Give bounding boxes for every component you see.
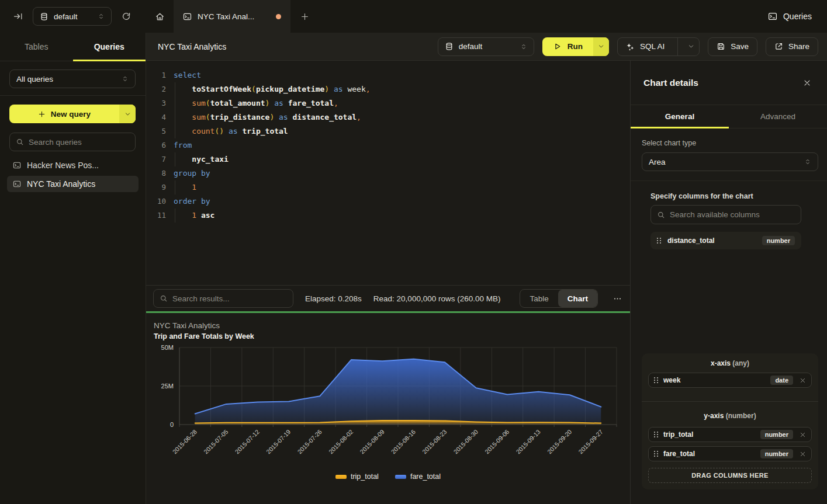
y-axis-section: y-axis (number) trip_totalnumberfare_tot… (642, 402, 818, 489)
sql-ai-main[interactable]: SQL AI (618, 38, 672, 55)
legend-item-trip_total[interactable]: trip_total (335, 472, 379, 481)
panel-tab-general[interactable]: General (631, 105, 729, 128)
chevron-down-icon (124, 111, 131, 117)
plus-icon (300, 12, 309, 21)
run-button[interactable]: Run (542, 37, 609, 56)
new-tab-button[interactable] (290, 0, 319, 33)
line-number: 6 (146, 138, 174, 152)
drop-zone[interactable]: DRAG COLUMNS HERE (648, 468, 812, 483)
drag-handle-icon[interactable] (654, 432, 658, 437)
panel-title: Chart details (643, 78, 698, 88)
remove-column-button[interactable] (800, 451, 806, 457)
code-line: sum(total_amount) as fare_total, (174, 96, 338, 110)
tab-title: NYC Taxi Anal... (198, 12, 270, 21)
sql-editor[interactable]: 1select2 toStartOfWeek(pickup_datetime) … (146, 61, 630, 285)
sidebar-tab-queries[interactable]: Queries (73, 33, 146, 61)
line-number: 10 (146, 194, 174, 208)
ellipsis-icon[interactable] (610, 294, 623, 303)
share-button-label: Share (788, 42, 809, 51)
new-query-button[interactable]: New query (9, 105, 136, 123)
share-button[interactable]: Share (766, 37, 818, 56)
svg-text:2015-08-02: 2015-08-02 (327, 428, 355, 456)
view-tab-table[interactable]: Table (520, 290, 558, 307)
close-icon (800, 377, 806, 384)
console-icon (13, 161, 21, 169)
editor-line: 11 1 asc (146, 208, 630, 223)
home-button[interactable] (146, 0, 174, 33)
remove-column-button[interactable] (800, 377, 806, 384)
toolbar-database-selector[interactable]: default (438, 37, 534, 56)
new-query-main[interactable]: New query (9, 105, 119, 123)
editor-line: 9 1 (146, 180, 630, 194)
editor-line: 1select (146, 68, 630, 82)
code-line: group by (174, 166, 210, 180)
available-columns-list: distance_totalnumber (650, 232, 801, 249)
query-list-item[interactable]: Hacker News Pos... (7, 157, 139, 173)
drag-handle-icon[interactable] (657, 238, 661, 244)
query-item-label: Hacker News Pos... (27, 161, 99, 170)
queries-link[interactable]: Queries (768, 12, 812, 21)
view-tab-chart[interactable]: Chart (558, 290, 597, 307)
query-filter-select[interactable]: All queries (9, 69, 136, 88)
column-item-distance_total[interactable]: distance_totalnumber (650, 232, 801, 249)
run-button-main[interactable]: Run (542, 37, 593, 56)
queries-link-label: Queries (783, 12, 812, 21)
panel-tab-advanced[interactable]: Advanced (729, 105, 827, 128)
chevron-down-icon (688, 43, 694, 50)
legend-item-fare_total[interactable]: fare_total (395, 472, 441, 481)
query-item-label: NYC Taxi Analytics (27, 179, 95, 189)
search-icon (657, 211, 665, 219)
svg-text:25M: 25M (161, 383, 174, 390)
close-icon[interactable] (803, 79, 811, 87)
search-columns-input[interactable] (670, 210, 795, 219)
column-item-week[interactable]: weekdate (648, 373, 812, 388)
column-name: fare_total (663, 450, 695, 458)
svg-text:2015-09-27: 2015-09-27 (577, 428, 604, 456)
drag-handle-icon[interactable] (654, 377, 658, 383)
collapse-sidebar-icon[interactable] (13, 12, 23, 21)
tab-nyc-taxi-analytics[interactable]: NYC Taxi Anal... (174, 0, 290, 33)
column-type-badge: number (762, 236, 795, 245)
chevron-up-down-icon (804, 158, 811, 166)
refresh-icon[interactable] (122, 12, 131, 21)
sidebar-tab-tables[interactable]: Tables (0, 33, 73, 61)
search-queries-input[interactable] (29, 138, 129, 147)
run-options-dropdown[interactable] (593, 37, 609, 56)
search-results-input[interactable] (172, 294, 287, 303)
legend-swatch (395, 475, 406, 479)
editor-line: 3 sum(total_amount) as fare_total, (146, 96, 630, 110)
column-item-fare_total[interactable]: fare_totalnumber (648, 446, 812, 461)
console-icon (183, 12, 192, 21)
drag-handle-icon[interactable] (654, 451, 658, 457)
main-area: 1select2 toStartOfWeek(pickup_datetime) … (146, 61, 630, 504)
save-button[interactable]: Save (708, 37, 757, 56)
database-icon (40, 12, 49, 21)
home-icon (155, 12, 165, 22)
x-axis-title: x-axis (any) (648, 359, 812, 369)
unsaved-indicator-dot (276, 14, 281, 19)
svg-text:2015-08-23: 2015-08-23 (421, 428, 448, 456)
svg-text:2015-09-06: 2015-09-06 (483, 428, 511, 456)
new-query-dropdown[interactable] (119, 105, 136, 123)
code-line: from (174, 138, 192, 152)
line-number: 8 (146, 166, 174, 180)
new-query-label: New query (51, 110, 91, 119)
sql-ai-divider (677, 38, 678, 55)
svg-text:2015-07-05: 2015-07-05 (202, 428, 230, 456)
chart-type-select[interactable]: Area (642, 152, 818, 171)
chart-type-value: Area (649, 158, 799, 166)
editor-line: 2 toStartOfWeek(pickup_datetime) as week… (146, 82, 630, 96)
remove-column-button[interactable] (800, 432, 806, 438)
column-item-trip_total[interactable]: trip_totalnumber (648, 427, 812, 442)
line-number: 4 (146, 110, 174, 124)
sql-ai-button[interactable]: SQL AI (617, 37, 700, 56)
svg-text:2015-07-26: 2015-07-26 (296, 428, 323, 456)
sql-ai-label: SQL AI (640, 42, 665, 51)
code-line: toStartOfWeek(pickup_datetime) as week, (174, 82, 371, 96)
database-selector[interactable]: default (33, 7, 112, 26)
elapsed-time: Elapsed: 0.208s (305, 294, 362, 303)
query-list-item[interactable]: NYC Taxi Analytics (7, 176, 139, 192)
tab-strip: NYC Taxi Anal... (146, 0, 319, 33)
code-line: 1 (174, 180, 196, 194)
sql-ai-dropdown[interactable] (683, 38, 699, 55)
